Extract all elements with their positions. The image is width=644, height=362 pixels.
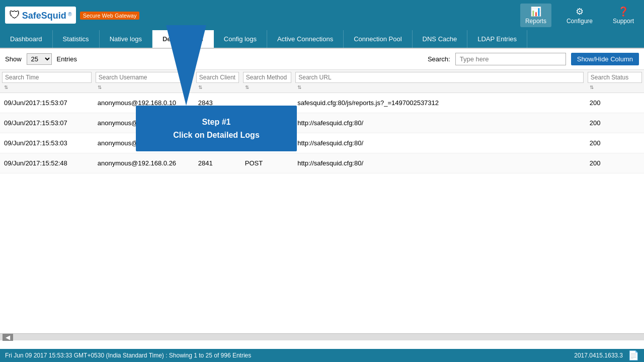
col-header-time: ⇅ [0,70,94,93]
cell-username: anonymous@192.168.0.10 [94,113,194,133]
tab-dashboard[interactable]: Dashboard [0,30,53,48]
toolbar: Show 25 50 100 Entries Search: Show/Hide… [0,49,644,70]
cell-client: 2841 [194,153,241,173]
show-hide-column-button[interactable]: Show/Hide Column [571,53,639,65]
tab-native-logs[interactable]: Native logs [100,30,152,48]
scroll-hint: ◀ [0,333,644,340]
scroll-left-button[interactable]: ◀ [3,334,13,341]
cell-username: anonymous@192.168.0.26 [94,133,194,153]
cell-url: safesquid.cfg:80/js/reports.js?_=1497002… [293,93,586,113]
show-label: Show [5,55,22,63]
header-nav: 📊 Reports ⚙ Configure ❓ Support [520,4,639,27]
sort-method-icon[interactable]: ⇅ [245,84,249,90]
logo-box: 🛡 SafeSquid ® [5,7,76,24]
pdf-icon[interactable]: 📄 [628,350,639,361]
nav-configure-label: Configure [567,18,593,25]
table-body: 09/Jun/2017:15:53:07 anonymous@192.168.0… [0,93,644,173]
cell-url: http://safesquid.cfg:80/ [293,133,586,153]
cell-status: 200 [586,93,644,113]
cell-time: 09/Jun/2017:15:52:48 [0,153,94,173]
table-row[interactable]: 09/Jun/2017:15:53:07 anonymous@192.168.0… [0,113,644,133]
search-url-input[interactable] [295,72,584,83]
table-row[interactable]: 09/Jun/2017:15:53:07 anonymous@192.168.0… [0,93,644,113]
nav-support[interactable]: ❓ Support [608,4,639,27]
cell-status: 200 [586,153,644,173]
cell-client: 2843 [194,93,241,113]
logo-icon: 🛡 [9,9,20,21]
cell-time: 09/Jun/2017:15:53:03 [0,133,94,153]
search-time-input[interactable] [2,72,92,83]
cell-time: 09/Jun/2017:15:53:07 [0,93,94,113]
footer-version: 2017.0415.1633.3 [574,352,623,359]
sort-time-icon[interactable]: ⇅ [4,84,8,90]
footer-status: Fri Jun 09 2017 15:53:33 GMT+0530 (India… [5,352,251,359]
cell-status: 200 [586,113,644,133]
entries-select[interactable]: 25 50 100 [27,53,52,65]
data-table: ⇅ ⇅ ⇅ ⇅ ⇅ [0,70,644,173]
tab-statistics[interactable]: Statistics [53,30,100,48]
nav-configure[interactable]: ⚙ Configure [561,4,598,27]
nav-reports-label: Reports [525,18,546,25]
search-client-input[interactable] [196,72,239,83]
cell-method: POST [241,113,294,133]
search-row: ⇅ ⇅ ⇅ ⇅ ⇅ [0,70,644,93]
cell-client: 2842 [194,133,241,153]
table-wrapper: ⇅ ⇅ ⇅ ⇅ ⇅ [0,70,644,333]
tab-active-connections[interactable]: Active Connections [267,30,344,48]
search-input[interactable] [455,53,566,65]
tab-bar: Dashboard Statistics Native logs Detaile… [0,30,644,49]
search-username-input[interactable] [96,72,192,83]
cell-status: 200 [586,133,644,153]
configure-icon: ⚙ [567,6,593,17]
cell-method: POST [241,133,294,153]
cell-url: http://safesquid.cfg:80/ [293,113,586,133]
tab-ldap-entries[interactable]: LDAP Entries [467,30,527,48]
entries-label: Entries [57,55,77,63]
cell-client: 2843 [194,113,241,133]
sort-url-icon[interactable]: ⇅ [297,84,301,90]
table-row[interactable]: 09/Jun/2017:15:52:48 anonymous@192.168.0… [0,153,644,173]
cell-method [241,93,294,113]
col-header-method: ⇅ [241,70,294,93]
cell-time: 09/Jun/2017:15:53:07 [0,113,94,133]
search-status-input[interactable] [588,72,642,83]
sort-status-icon[interactable]: ⇅ [590,84,594,90]
support-icon: ❓ [613,6,634,17]
tab-connection-pool[interactable]: Connection Pool [344,30,412,48]
tab-dns-cache[interactable]: DNS Cache [413,30,468,48]
cell-username: anonymous@192.168.0.26 [94,153,194,173]
footer: Fri Jun 09 2017 15:53:33 GMT+0530 (India… [0,349,644,362]
reports-icon: 📊 [525,6,546,17]
search-method-input[interactable] [243,72,292,83]
nav-support-label: Support [613,18,634,25]
logo-area: 🛡 SafeSquid ® Secure Web Gateway [5,7,139,24]
app-subtitle: Secure Web Gateway [80,12,140,20]
sort-client-icon[interactable]: ⇅ [198,84,202,90]
cell-username: anonymous@192.168.0.10 [94,93,194,113]
nav-reports[interactable]: 📊 Reports [520,4,551,27]
col-header-url: ⇅ [293,70,586,93]
cell-method: POST [241,153,294,173]
table-row[interactable]: 09/Jun/2017:15:53:03 anonymous@192.168.0… [0,133,644,153]
col-header-client: ⇅ [194,70,241,93]
search-label: Search: [428,55,450,63]
sort-username-icon[interactable]: ⇅ [98,84,102,90]
col-header-username: ⇅ [94,70,194,93]
app-title: SafeSquid [22,11,66,21]
tab-config-logs[interactable]: Config logs [214,30,267,48]
app-header: 🛡 SafeSquid ® Secure Web Gateway 📊 Repor… [0,0,644,30]
cell-url: http://safesquid.cfg:80/ [293,153,586,173]
tab-detailed-logs[interactable]: Detailed logs [152,30,214,48]
col-header-status: ⇅ [586,70,644,93]
